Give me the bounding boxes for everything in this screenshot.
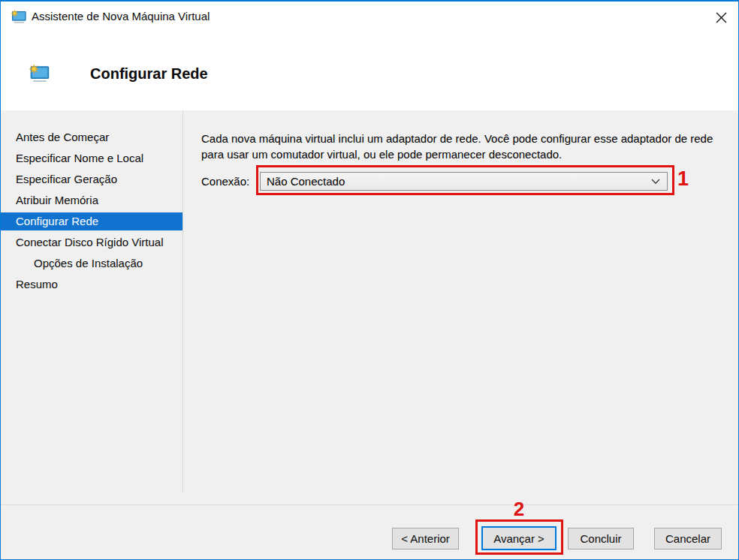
previous-button[interactable]: < Anterior bbox=[392, 528, 459, 549]
sidebar-item-especificar-geracao[interactable]: Especificar Geração bbox=[1, 170, 182, 188]
step-description: Cada nova máquina virtual inclui um adap… bbox=[201, 131, 727, 162]
vm-wizard-page-icon bbox=[29, 63, 50, 83]
wizard-steps-list: Antes de Começar Especificar Nome e Loca… bbox=[1, 110, 182, 294]
close-button[interactable] bbox=[708, 7, 734, 28]
sidebar-item-conectar-disco-rigido-virtual[interactable]: Conectar Disco Rígido Virtual bbox=[1, 233, 182, 251]
page-title: Configurar Rede bbox=[90, 65, 208, 83]
sidebar-item-antes-de-comecar[interactable]: Antes de Começar bbox=[1, 128, 182, 146]
next-button[interactable]: Avançar > bbox=[481, 526, 557, 550]
vm-wizard-app-icon bbox=[11, 9, 27, 24]
page-header: Configurar Rede bbox=[1, 34, 738, 110]
finish-button[interactable]: Concluir bbox=[568, 528, 634, 549]
sidebar-item-especificar-nome-e-local[interactable]: Especificar Nome e Local bbox=[1, 149, 182, 167]
connection-label: Conexão: bbox=[201, 175, 249, 188]
sidebar-item-atribuir-memoria[interactable]: Atribuir Memória bbox=[1, 191, 182, 209]
wizard-steps-sidebar: Antes de Começar Especificar Nome e Loca… bbox=[1, 110, 183, 493]
connection-dropdown-value: Não Conectado bbox=[267, 175, 345, 188]
connection-dropdown[interactable]: Não Conectado bbox=[260, 172, 668, 191]
sidebar-item-opcoes-de-instalacao[interactable]: Opções de Instalação bbox=[1, 254, 182, 272]
sidebar-item-resumo[interactable]: Resumo bbox=[1, 275, 182, 294]
cancel-button[interactable]: Cancelar bbox=[654, 528, 722, 549]
wizard-window: Assistente de Nova Máquina Virtual Confi… bbox=[0, 0, 739, 560]
step-content: Cada nova máquina virtual inclui um adap… bbox=[183, 110, 738, 504]
title-bar: Assistente de Nova Máquina Virtual bbox=[1, 2, 738, 34]
wizard-footer: < Anterior Avançar > Concluir Cancelar bbox=[1, 504, 738, 559]
wizard-body: Antes de Começar Especificar Nome e Loca… bbox=[1, 110, 738, 504]
close-icon bbox=[716, 12, 727, 23]
window-title: Assistente de Nova Máquina Virtual bbox=[32, 10, 210, 23]
chevron-down-icon bbox=[651, 179, 660, 185]
sidebar-item-configurar-rede[interactable]: Configurar Rede bbox=[1, 212, 182, 230]
